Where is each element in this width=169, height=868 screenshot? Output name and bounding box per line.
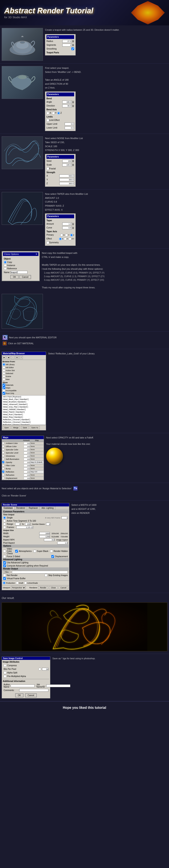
selected-radio[interactable] xyxy=(3,372,5,375)
save-ok-button[interactable]: OK xyxy=(15,693,23,698)
fractal-checkbox[interactable] xyxy=(46,167,49,170)
map-amount-input[interactable] xyxy=(24,445,30,448)
taper-amount-input[interactable] xyxy=(62,222,72,225)
map-amount-input[interactable] xyxy=(24,471,30,473)
seed-input[interactable] xyxy=(62,160,72,163)
radius-arrows[interactable]: ▲ ▼ xyxy=(72,40,74,42)
adv-lighting-header[interactable]: Advanced Lighting xyxy=(2,558,69,561)
mat-save-btn[interactable]: Save xyxy=(22,426,29,429)
map-name-display[interactable]: None xyxy=(30,464,44,467)
common-params-header[interactable]: Common Parameters xyxy=(2,510,69,513)
radius-input[interactable] xyxy=(62,40,72,43)
taper-curve-input[interactable] xyxy=(62,226,72,229)
map-name-display[interactable]: None xyxy=(30,448,44,451)
map-name-display[interactable]: None xyxy=(30,458,44,461)
map-name-display[interactable]: None xyxy=(30,467,44,470)
radius-spinner[interactable]: ▲ ▼ xyxy=(62,40,74,43)
maps-checkbox[interactable] xyxy=(3,386,5,389)
angle-input[interactable] xyxy=(62,100,72,103)
map-check[interactable] xyxy=(2,464,5,467)
net-render-checkbox[interactable] xyxy=(3,574,6,577)
reference-option-row[interactable]: Reference xyxy=(4,267,38,270)
direction-arrows[interactable]: ▲ ▼ xyxy=(72,104,74,107)
effect-xy-radio[interactable] xyxy=(69,238,72,240)
mtl-library-radio[interactable] xyxy=(3,363,5,366)
map-name-display[interactable]: None xyxy=(30,452,44,454)
scale-arrows[interactable]: ▲ ▼ xyxy=(72,164,74,166)
material-list-item[interactable]: Metal_Black_Plan [ Standard ] xyxy=(2,398,46,401)
force-2sided-checkbox[interactable] xyxy=(3,555,6,558)
taper-curve-arrows[interactable]: ▲ ▼ xyxy=(72,226,74,229)
map-check[interactable] xyxy=(2,448,5,451)
active-slot-radio[interactable] xyxy=(3,369,5,372)
premult-checkbox[interactable] xyxy=(4,675,6,678)
angle-spinner[interactable]: ▲ ▼ xyxy=(62,100,74,103)
active-slot-option[interactable]: Active Slot xyxy=(3,369,17,372)
map-amount-input[interactable] xyxy=(24,477,30,479)
job-name-input[interactable] xyxy=(46,684,70,687)
scale-input[interactable] xyxy=(62,163,72,166)
map-check[interactable] xyxy=(2,477,5,480)
root-only-check-row[interactable]: Root Only xyxy=(3,392,17,395)
effect-x-label[interactable]: X xyxy=(59,237,63,240)
instance-option-row[interactable]: Instance xyxy=(4,264,38,267)
mat-tool-5[interactable]: ? xyxy=(19,356,23,359)
seed-down[interactable]: ▼ xyxy=(72,161,74,162)
copy-radio[interactable] xyxy=(4,261,6,264)
tab-renderer[interactable]: Renderer xyxy=(14,506,27,509)
map-amount-input[interactable] xyxy=(24,452,30,454)
displacement-checkbox[interactable] xyxy=(51,555,54,558)
axis-y-label[interactable]: Y xyxy=(52,111,57,115)
active-time-radio[interactable] xyxy=(3,520,6,522)
primary-x-label[interactable]: X xyxy=(60,234,65,237)
assign-material-icon[interactable] xyxy=(73,486,78,491)
range-radio[interactable] xyxy=(3,523,6,525)
mat-merge-btn[interactable]: Merge xyxy=(12,426,20,429)
copy-option-row[interactable]: Copy xyxy=(4,261,38,264)
map-name-display[interactable]: None xyxy=(30,477,44,480)
strength-x-input[interactable] xyxy=(59,175,74,178)
radius-down[interactable]: ▼ xyxy=(72,41,74,42)
lower-limit-input[interactable] xyxy=(65,126,74,129)
axis-z-label[interactable]: Z xyxy=(57,111,62,115)
frames-radio[interactable] xyxy=(3,526,6,529)
material-list-item[interactable]: Metal_Brushed [ Standard ] xyxy=(2,401,46,403)
range-to-input[interactable] xyxy=(25,523,31,525)
direction-input[interactable] xyxy=(62,104,72,107)
compute-adv-lighting-checkbox[interactable] xyxy=(3,564,6,567)
options-header[interactable]: Options xyxy=(2,545,69,548)
map-check[interactable] xyxy=(2,452,5,454)
bpp-input[interactable] xyxy=(42,668,48,671)
reference-radio[interactable] xyxy=(4,267,6,270)
mat-editor-icon[interactable] xyxy=(3,335,8,340)
strength-y-input[interactable] xyxy=(59,178,74,181)
map-amount-input[interactable] xyxy=(24,458,30,461)
seed-arrows[interactable]: ▲ ▼ xyxy=(72,160,74,162)
primary-x-radio[interactable] xyxy=(60,234,63,237)
use-adv-lighting-checkbox[interactable] xyxy=(3,561,6,564)
scale-down[interactable]: ▼ xyxy=(72,165,74,166)
angle-down[interactable]: ▼ xyxy=(72,102,74,103)
mat-open-btn[interactable]: Open xyxy=(3,426,10,429)
map-amount-input[interactable] xyxy=(24,455,30,457)
new-radio[interactable] xyxy=(3,378,5,381)
author-name-input[interactable] xyxy=(10,684,35,687)
range-from-input[interactable] xyxy=(15,523,20,525)
res3-btn[interactable]: 512x486 xyxy=(51,536,59,538)
scene-radio[interactable] xyxy=(3,375,5,378)
pixel-aspect-input[interactable] xyxy=(57,541,68,544)
axis-z-radio[interactable] xyxy=(57,112,60,115)
height-input[interactable] xyxy=(39,535,50,538)
clone-name-input[interactable] xyxy=(10,271,28,274)
clone-cancel-button[interactable]: Cancel xyxy=(19,275,31,279)
cancel-render-btn[interactable]: Cancel xyxy=(58,586,68,589)
map-check[interactable] xyxy=(2,455,5,458)
limit-effect-check[interactable] xyxy=(46,119,49,122)
material-list-item[interactable]: Reflection_Chrome [ Standard ] xyxy=(2,424,46,425)
upper-limit-input[interactable] xyxy=(65,123,74,126)
segments-spinner[interactable]: ▲ ▼ xyxy=(62,43,74,46)
axis-y-radio[interactable] xyxy=(52,112,55,115)
draft-radio[interactable] xyxy=(16,582,18,584)
taper-amount-arrows[interactable]: ▲ ▼ xyxy=(72,223,74,225)
compress-on-radio[interactable] xyxy=(4,664,6,667)
